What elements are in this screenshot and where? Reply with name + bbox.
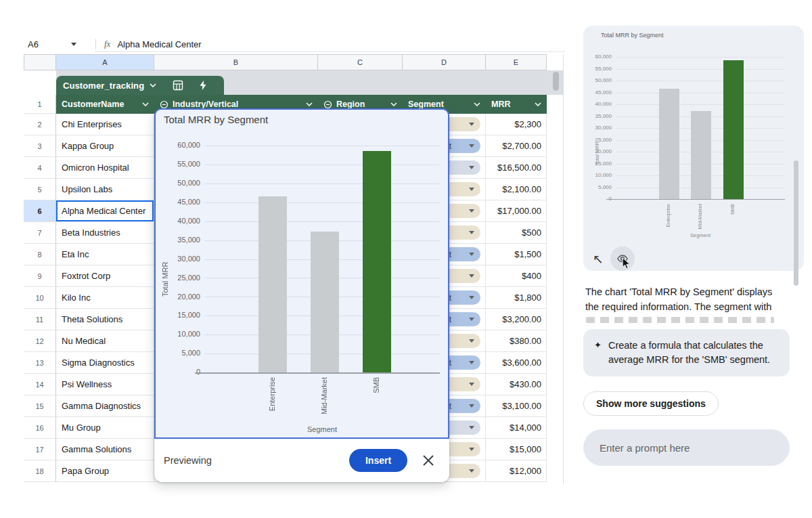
chip-dropdown-icon[interactable]: [469, 383, 474, 386]
mrr-cell[interactable]: $380.00: [486, 330, 547, 352]
mrr-cell[interactable]: $2,100.00: [486, 179, 547, 200]
insert-button[interactable]: Insert: [349, 449, 407, 472]
mrr-cell[interactable]: $3,100.00: [486, 395, 547, 417]
name-box-dropdown-icon[interactable]: [71, 43, 76, 46]
mrr-cell[interactable]: $16,500.00: [486, 157, 547, 179]
formula-input[interactable]: Alpha Medical Center: [117, 39, 201, 49]
table-tab-customer-tracking[interactable]: Customer_tracking: [56, 76, 224, 95]
chip-dropdown-icon[interactable]: [469, 209, 474, 213]
chevron-down-icon[interactable]: [535, 102, 541, 106]
row-header[interactable]: 15: [24, 395, 56, 417]
mrr-cell[interactable]: $15,000: [486, 439, 547, 460]
customer-name-cell[interactable]: Mu Group: [56, 417, 154, 439]
mrr-cell[interactable]: $12,000: [486, 460, 547, 482]
customer-name-cell[interactable]: Eta Inc: [56, 244, 154, 265]
column-header-c[interactable]: C: [318, 54, 403, 70]
close-icon[interactable]: [422, 454, 434, 467]
customer-name-cell[interactable]: Nu Medical: [56, 330, 154, 352]
chevron-down-icon[interactable]: [142, 102, 149, 106]
chevron-down-icon[interactable]: [306, 102, 313, 106]
row-header[interactable]: 13: [24, 352, 56, 374]
chip-dropdown-icon[interactable]: [469, 404, 474, 408]
chip-dropdown-icon[interactable]: [469, 144, 474, 148]
lightning-bolt-icon[interactable]: [198, 80, 208, 91]
customer-name-cell[interactable]: Psi Wellness: [56, 374, 154, 395]
chip-dropdown-icon[interactable]: [469, 231, 474, 234]
corner-cell[interactable]: [24, 54, 56, 70]
mrr-cell[interactable]: $2,300: [486, 114, 547, 135]
chip-dropdown-icon[interactable]: [469, 188, 474, 191]
customer-name-cell[interactable]: Kappa Group: [56, 135, 154, 157]
mrr-cell[interactable]: $430.00: [486, 374, 547, 395]
chip-dropdown-icon[interactable]: [469, 469, 474, 473]
sidebar-scrollbar-thumb[interactable]: [794, 160, 798, 286]
column-header-a[interactable]: A: [56, 54, 154, 70]
mrr-cell[interactable]: $2,700.00: [486, 135, 547, 157]
row-header[interactable]: 4: [24, 157, 56, 179]
chip-dropdown-icon[interactable]: [469, 318, 474, 321]
cell-reference-box[interactable]: A6: [24, 39, 71, 49]
chevron-down-icon[interactable]: [150, 83, 156, 87]
customer-name-cell[interactable]: Foxtrot Corp: [56, 265, 154, 287]
customer-name-cell[interactable]: Beta Industries: [56, 222, 154, 244]
chip-dropdown-icon[interactable]: [469, 274, 474, 278]
chip-dropdown-icon[interactable]: [469, 123, 474, 126]
row-header[interactable]: 9: [24, 265, 56, 287]
mrr-cell[interactable]: $14,000: [486, 417, 547, 439]
row-header[interactable]: 3: [24, 135, 56, 157]
row-header-1[interactable]: 1: [24, 95, 56, 114]
customer-name-cell[interactable]: Papa Group: [56, 460, 154, 482]
chip-dropdown-icon[interactable]: [469, 339, 474, 343]
arrow-up-left-icon[interactable]: ↖: [593, 253, 604, 265]
column-header-d[interactable]: D: [403, 54, 486, 70]
previewing-status: Previewing: [164, 455, 212, 466]
row-header[interactable]: 16: [24, 417, 56, 439]
row-header[interactable]: 7: [24, 222, 56, 244]
header-mrr[interactable]: MRR: [486, 95, 547, 114]
mrr-cell[interactable]: $17,000.00: [486, 200, 547, 222]
row-header[interactable]: 14: [24, 374, 56, 395]
row-header[interactable]: 5: [24, 179, 56, 200]
customer-name-cell[interactable]: Gamma Solutions: [56, 439, 154, 460]
row-header[interactable]: 10: [24, 287, 56, 309]
chip-dropdown-icon[interactable]: [469, 296, 474, 299]
customer-name-cell[interactable]: Chi Enterprises: [56, 114, 154, 135]
customer-name-cell[interactable]: Upsilon Labs: [56, 179, 154, 200]
show-more-suggestions-button[interactable]: Show more suggestions: [583, 391, 719, 416]
row-header[interactable]: 17: [24, 439, 56, 460]
mrr-cell[interactable]: $1,800: [486, 287, 547, 309]
table-grid-icon[interactable]: [173, 80, 183, 91]
row-header[interactable]: 18: [24, 460, 56, 482]
chip-dropdown-icon[interactable]: [469, 361, 474, 364]
mrr-cell[interactable]: $500: [486, 222, 547, 244]
row-header[interactable]: 8: [24, 244, 56, 265]
mrr-cell[interactable]: $400: [486, 265, 547, 287]
chevron-down-icon[interactable]: [390, 102, 397, 106]
row-header[interactable]: 6: [24, 200, 56, 222]
customer-name-cell[interactable]: Sigma Diagnostics: [56, 352, 154, 374]
chip-dropdown-icon[interactable]: [469, 253, 474, 256]
customer-name-cell[interactable]: Omicron Hospital: [56, 157, 154, 179]
suggestion-card[interactable]: ✦ Create a formula that calculates the a…: [583, 329, 790, 376]
chip-dropdown-icon[interactable]: [469, 448, 474, 451]
header-customername[interactable]: CustomerName: [56, 95, 154, 114]
customer-name-cell[interactable]: Gamma Diagnostics: [56, 395, 154, 417]
row-header[interactable]: 2: [24, 114, 56, 135]
preview-eye-button[interactable]: [610, 246, 635, 271]
chip-dropdown-icon[interactable]: [469, 426, 474, 429]
header-label: Region: [336, 100, 365, 109]
customer-name-cell[interactable]: Kilo Inc: [56, 287, 154, 309]
row-header[interactable]: 11: [24, 309, 56, 330]
customer-name-cell[interactable]: Alpha Medical Center: [56, 200, 154, 222]
sheet-scrollbar-thumb[interactable]: [553, 72, 559, 91]
mrr-cell[interactable]: $3,200.00: [486, 309, 547, 330]
mrr-cell[interactable]: $3,600.00: [486, 352, 547, 374]
chevron-down-icon[interactable]: [474, 102, 480, 106]
mrr-cell[interactable]: $1,500: [486, 244, 547, 265]
column-header-b[interactable]: B: [154, 54, 318, 70]
column-header-e[interactable]: E: [486, 54, 547, 70]
chip-dropdown-icon[interactable]: [469, 166, 474, 169]
row-header[interactable]: 12: [24, 330, 56, 352]
customer-name-cell[interactable]: Theta Solutions: [56, 309, 154, 330]
prompt-input[interactable]: Enter a prompt here: [583, 429, 790, 466]
